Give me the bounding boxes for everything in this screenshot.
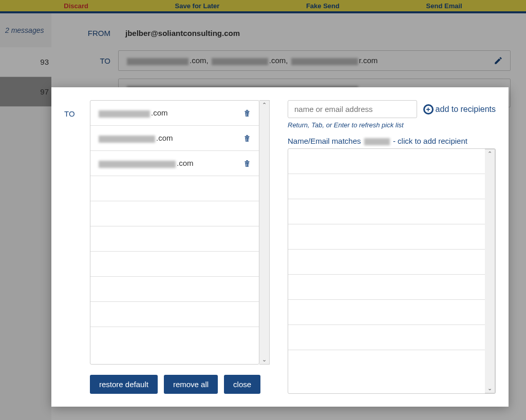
recipient-row-empty bbox=[90, 176, 259, 201]
plus-circle-icon: + bbox=[423, 104, 434, 114]
recipient-row-empty bbox=[90, 226, 259, 252]
match-row-empty[interactable] bbox=[288, 250, 485, 275]
match-row-empty[interactable] bbox=[288, 149, 485, 174]
scroll-down-icon[interactable]: ⌄ bbox=[486, 384, 493, 393]
match-row-empty[interactable] bbox=[288, 325, 485, 350]
recipient-row: .com bbox=[90, 126, 259, 151]
recipient-list: .com .com .com bbox=[90, 100, 259, 365]
restore-default-button[interactable]: restore default bbox=[90, 375, 158, 394]
remove-all-button[interactable]: remove all bbox=[164, 375, 218, 394]
recipient-row: .com bbox=[90, 101, 259, 126]
recipient-row-empty bbox=[90, 327, 259, 352]
recipient-row-empty bbox=[90, 302, 259, 327]
close-button[interactable]: close bbox=[224, 375, 260, 394]
recipient-row-empty bbox=[90, 277, 259, 302]
recipient-scrollbar[interactable]: ⌃ ⌄ bbox=[259, 100, 270, 365]
match-row-empty[interactable] bbox=[288, 300, 485, 325]
match-row-empty[interactable] bbox=[288, 275, 485, 300]
recipients-modal: TO .com .com .com bbox=[51, 87, 509, 407]
recipient-row-empty bbox=[90, 201, 259, 226]
recipient-row: .com bbox=[90, 151, 259, 176]
modal-to-label: TO bbox=[64, 100, 90, 365]
scroll-down-icon[interactable]: ⌄ bbox=[261, 355, 268, 364]
matches-label: Name/Email matches - click to add recipi… bbox=[288, 137, 496, 145]
trash-icon[interactable] bbox=[242, 158, 252, 168]
search-input[interactable] bbox=[288, 100, 417, 118]
matches-scrollbar[interactable]: ⌃ ⌄ bbox=[485, 149, 495, 393]
match-row-empty[interactable] bbox=[288, 174, 485, 199]
match-row-empty[interactable] bbox=[288, 224, 485, 250]
trash-icon[interactable] bbox=[242, 133, 252, 143]
match-row-empty[interactable] bbox=[288, 199, 485, 224]
recipient-row-empty bbox=[90, 252, 259, 277]
search-hint: Return, Tab, or Enter to refresh pick li… bbox=[288, 121, 496, 129]
scroll-up-icon[interactable]: ⌃ bbox=[486, 149, 493, 158]
match-row-empty[interactable] bbox=[288, 350, 485, 375]
scroll-up-icon[interactable]: ⌃ bbox=[261, 101, 268, 109]
add-to-recipients-button[interactable]: + add to recipients bbox=[423, 104, 496, 114]
trash-icon[interactable] bbox=[242, 108, 252, 118]
matches-list: ⌃ ⌄ bbox=[288, 148, 496, 394]
